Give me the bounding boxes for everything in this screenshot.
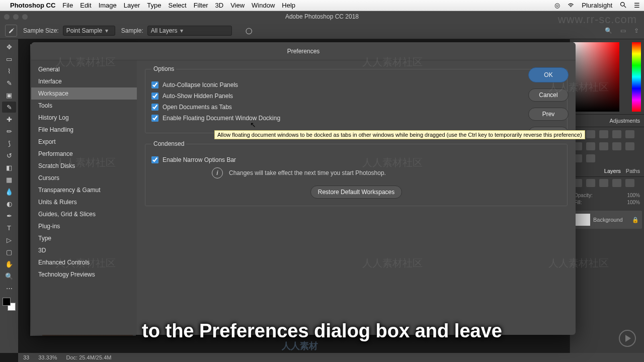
menu-select[interactable]: Select [168, 2, 186, 9]
restore-workspaces-button[interactable]: Restore Default Workspaces [310, 186, 403, 199]
check-option-2[interactable]: Open Documents as Tabs [151, 104, 561, 111]
sidebar-item-units-rulers[interactable]: Units & Rulers [31, 196, 137, 208]
menu-view[interactable]: View [230, 2, 245, 9]
sidebar-item-interface[interactable]: Interface [31, 75, 137, 87]
checkbox-3[interactable] [151, 115, 158, 122]
check-option-3[interactable]: Enable Floating Document Window Docking [151, 115, 561, 122]
sample-ring-icon[interactable]: ◯ [243, 25, 255, 37]
preferences-content: Options Auto-Collapse Iconic PanelsAuto-… [137, 60, 576, 335]
menu-window[interactable]: Window [252, 2, 275, 9]
gradient-tool-icon[interactable]: ▦ [2, 174, 16, 185]
tooltip: Allow floating document windows to be do… [214, 130, 585, 139]
app-title: Adobe Photoshop CC 2018 [285, 13, 359, 20]
dodge-tool-icon[interactable]: ◐ [2, 198, 16, 209]
menu-image[interactable]: Image [99, 2, 117, 9]
menu-list-icon[interactable]: ☰ [634, 2, 640, 9]
checkbox-2[interactable] [151, 104, 158, 111]
zoom-tool-icon[interactable]: 🔍 [2, 270, 16, 282]
brush-tool-icon[interactable]: ✏ [2, 126, 16, 137]
rectangle-tool-icon[interactable]: ▢ [2, 246, 16, 257]
sidebar-item-plug-ins[interactable]: Plug-ins [31, 220, 137, 232]
sidebar-item-tools[interactable]: Tools [31, 100, 137, 112]
color-area[interactable] [573, 42, 619, 112]
lasso-tool-icon[interactable]: ⌇ [2, 65, 16, 76]
menu-3d[interactable]: 3D [215, 2, 224, 9]
sidebar-item-export[interactable]: Export [31, 136, 137, 148]
check-option-0[interactable]: Auto-Collapse Iconic Panels [151, 81, 561, 88]
adjustments-panel-header[interactable]: Adjustments [570, 115, 644, 127]
sidebar-item-scratch-disks[interactable]: Scratch Disks [31, 160, 137, 172]
menu-type[interactable]: Type [147, 2, 161, 9]
sidebar-item-3d[interactable]: 3D [31, 244, 137, 256]
fill-value[interactable]: 100% [627, 200, 640, 205]
share-icon[interactable]: ⇪ [634, 27, 639, 34]
zoom-percent[interactable]: 33.33% [38, 354, 57, 360]
quick-select-tool-icon[interactable]: ✎ [2, 77, 16, 88]
sidebar-item-technology-previews[interactable]: Technology Previews [31, 268, 137, 281]
history-brush-tool-icon[interactable]: ↺ [2, 150, 16, 161]
sidebar-item-workspace[interactable]: Workspace [31, 87, 137, 100]
check-label-0: Auto-Collapse Iconic Panels [163, 81, 238, 88]
check-option-1[interactable]: Auto-Show Hidden Panels [151, 93, 561, 100]
menu-edit[interactable]: Edit [80, 2, 91, 9]
edit-toolbar-icon[interactable]: ⋯ [2, 283, 16, 294]
eyedropper-tool-icon[interactable] [5, 25, 17, 37]
color-panel[interactable] [570, 39, 644, 115]
sidebar-item-file-handling[interactable]: File Handling [31, 124, 137, 136]
spotlight-icon[interactable] [619, 1, 627, 10]
checkbox-narrow[interactable] [151, 156, 158, 163]
sample-size-dropdown[interactable]: Point Sample [63, 26, 115, 36]
ok-button[interactable]: OK [528, 67, 569, 82]
window-max-icon[interactable] [22, 14, 28, 20]
sidebar-item-history-log[interactable]: History Log [31, 112, 137, 124]
search-icon[interactable]: 🔍 [605, 27, 612, 34]
menu-filter[interactable]: Filter [194, 2, 208, 9]
checkbox-1[interactable] [151, 93, 158, 100]
cancel-button[interactable]: Cancel [528, 88, 569, 102]
type-tool-icon[interactable]: T [2, 222, 16, 233]
healing-tool-icon[interactable]: ✚ [2, 114, 16, 125]
window-min-icon[interactable] [13, 14, 19, 20]
checkbox-0[interactable] [151, 81, 158, 88]
blur-tool-icon[interactable]: 💧 [2, 186, 16, 197]
sidebar-item-guides-grid-slices[interactable]: Guides, Grid & Slices [31, 208, 137, 220]
color-swatch[interactable] [3, 298, 16, 311]
tab-paths[interactable]: Paths [626, 168, 640, 174]
opacity-label: Opacity: [574, 193, 593, 198]
sample-dropdown[interactable]: All Layers [147, 26, 232, 36]
menu-layer[interactable]: Layer [124, 2, 140, 9]
app-name[interactable]: Photoshop CC [10, 2, 55, 9]
sidebar-item-transparency-gamut[interactable]: Transparency & Gamut [31, 184, 137, 196]
crop-tool-icon[interactable]: ▣ [2, 89, 16, 101]
sidebar-item-performance[interactable]: Performance [31, 148, 137, 160]
move-tool-icon[interactable]: ✥ [2, 41, 16, 52]
clone-tool-icon[interactable]: ⟆ [2, 138, 16, 149]
eyedropper-tool-icon[interactable]: ✎ [2, 102, 16, 113]
window-close-icon[interactable] [4, 14, 10, 20]
hand-tool-icon[interactable]: ✋ [2, 258, 16, 269]
sidebar-item-cursors[interactable]: Cursors [31, 172, 137, 184]
pen-tool-icon[interactable]: ✒ [2, 210, 16, 221]
cc-icon[interactable]: ◎ [554, 2, 560, 9]
hue-strip[interactable] [632, 42, 641, 112]
layer-background[interactable]: Background 🔒 [572, 211, 642, 229]
marquee-tool-icon[interactable]: ▭ [2, 53, 16, 64]
right-panels: Adjustments Layers Paths Opacity:100% Fi… [570, 39, 644, 353]
tab-layers[interactable]: Layers [604, 168, 621, 174]
preferences-dialog: Preferences GeneralInterfaceWorkspaceToo… [31, 42, 576, 335]
sidebar-item-general[interactable]: General [31, 63, 137, 75]
sidebar-item-enhanced-controls[interactable]: Enhanced Controls [31, 256, 137, 268]
wifi-icon[interactable] [567, 1, 575, 10]
lock-icon[interactable]: 🔒 [632, 217, 639, 223]
prev-button[interactable]: Prev [528, 108, 569, 121]
opacity-value[interactable]: 100% [627, 193, 640, 198]
menu-file[interactable]: File [62, 2, 73, 9]
account-label[interactable]: Pluralsight [582, 2, 612, 9]
doc-icon[interactable]: ▭ [620, 27, 626, 34]
subtitle: to the Preferences dialog box and leave [0, 320, 644, 342]
menu-help[interactable]: Help [282, 2, 295, 9]
check-narrow-options[interactable]: Enable Narrow Options Bar [151, 156, 561, 163]
eraser-tool-icon[interactable]: ◧ [2, 162, 16, 173]
sidebar-item-type[interactable]: Type [31, 232, 137, 244]
path-select-tool-icon[interactable]: ▷ [2, 234, 16, 245]
